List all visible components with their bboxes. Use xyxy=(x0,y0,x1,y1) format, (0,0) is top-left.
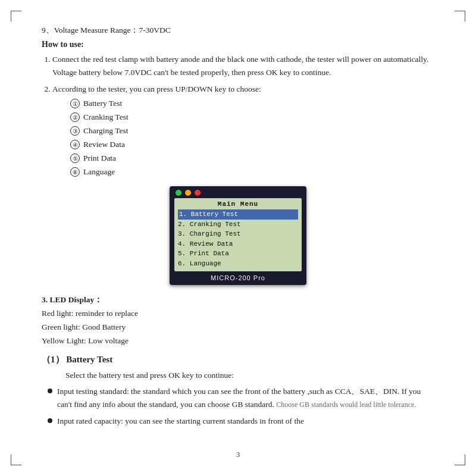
screen-row-4: 4. Review Data xyxy=(178,239,298,249)
screen-row-1: 1. Battery Test xyxy=(178,209,298,220)
page-number: 3 xyxy=(236,450,240,459)
circle-1: ① xyxy=(70,99,80,108)
corner-mark-bl xyxy=(11,455,21,465)
menu-item-2: ② Cranking Test xyxy=(70,111,434,124)
circle-3: ③ xyxy=(70,126,80,136)
bullet-item-1: Input testing standard: the standard whi… xyxy=(48,385,434,412)
screen-row-6: 6. Language xyxy=(178,259,298,269)
menu-item-1: ① Battery Test xyxy=(70,97,434,111)
menu-label-5: Print Data xyxy=(83,152,116,165)
screen-row-2: 2. Cranking Test xyxy=(178,220,298,230)
circle-4: ④ xyxy=(70,140,80,149)
battery-test-heading: （1） Battery Test xyxy=(42,354,434,365)
battery-test-sub: Select the battery test and press OK key… xyxy=(65,369,434,382)
circle-2: ② xyxy=(70,112,80,122)
menu-label-1: Battery Test xyxy=(83,97,122,111)
dot-green xyxy=(176,190,181,196)
circle-5: ⑤ xyxy=(70,154,80,163)
device-dots xyxy=(170,186,306,198)
screen-inner: Main Menu 1. Battery Test 2. Cranking Te… xyxy=(174,198,302,271)
bullet-item-2: Input rated capacity: you can see the st… xyxy=(48,415,434,428)
screen-title: Main Menu xyxy=(178,201,298,208)
menu-label-6: Language xyxy=(83,165,115,179)
menu-item-3: ③ Charging Test xyxy=(70,124,434,138)
dot-red xyxy=(195,190,201,196)
battery-test-bullets: Input testing standard: the standard whi… xyxy=(48,385,434,428)
menu-label-3: Charging Test xyxy=(83,124,128,138)
how-to-use-heading: How to use: xyxy=(42,40,434,49)
device-wrapper: Main Menu 1. Battery Test 2. Cranking Te… xyxy=(170,186,306,285)
step-2: According to the tester, you can press U… xyxy=(52,83,434,179)
led-green: Green light: Good Battery xyxy=(42,321,434,334)
menu-label-4: Review Data xyxy=(83,138,125,152)
bullet-main-2: Input rated capacity: you can see the st… xyxy=(57,416,304,425)
document-page: 9、Voltage Measure Range：7-30VDC How to u… xyxy=(0,0,476,476)
step-1-text: Connect the red test clamp with battery … xyxy=(52,55,428,77)
step-1: Connect the red test clamp with battery … xyxy=(52,53,434,80)
led-red: Red light: reminder to replace xyxy=(42,307,434,321)
menu-item-6: ⑥ Language xyxy=(70,165,434,179)
bullet-dot-1 xyxy=(48,389,52,393)
corner-mark-tl xyxy=(11,11,21,21)
menu-item-5: ⑤ Print Data xyxy=(70,152,434,165)
corner-mark-br xyxy=(455,455,465,465)
spec-line: 9、Voltage Measure Range：7-30VDC xyxy=(42,24,434,37)
device-screen: Main Menu 1. Battery Test 2. Cranking Te… xyxy=(170,186,306,285)
page-content: 9、Voltage Measure Range：7-30VDC How to u… xyxy=(42,24,434,428)
screen-row-3: 3. Charging Test xyxy=(178,229,298,239)
circle-6: ⑥ xyxy=(70,167,80,177)
step-2-text: According to the tester, you can press U… xyxy=(52,84,261,93)
menu-options-list: ① Battery Test ② Cranking Test ③ Chargin… xyxy=(70,97,434,179)
device-image-container: Main Menu 1. Battery Test 2. Cranking Te… xyxy=(42,186,434,285)
led-section: 3. LED Display： Red light: reminder to r… xyxy=(42,293,434,348)
device-model-label: MICRO-200 Pro xyxy=(170,274,306,281)
menu-item-4: ④ Review Data xyxy=(70,138,434,152)
bullet-dot-2 xyxy=(48,418,52,423)
led-yellow: Yellow Light: Low voltage xyxy=(42,334,434,348)
bullet-small-1: Choose GB standards would lead little to… xyxy=(276,400,416,409)
dot-yellow xyxy=(185,190,191,196)
bullet-text-1: Input testing standard: the standard whi… xyxy=(57,385,434,412)
corner-mark-tr xyxy=(455,11,465,21)
menu-label-2: Cranking Test xyxy=(83,111,129,124)
bullet-text-2: Input rated capacity: you can see the st… xyxy=(57,415,434,428)
battery-test-label: （1） Battery Test xyxy=(42,355,112,364)
led-heading: 3. LED Display： xyxy=(42,293,434,307)
steps-list: Connect the red test clamp with battery … xyxy=(52,53,434,179)
screen-row-5: 5. Print Data xyxy=(178,249,298,259)
